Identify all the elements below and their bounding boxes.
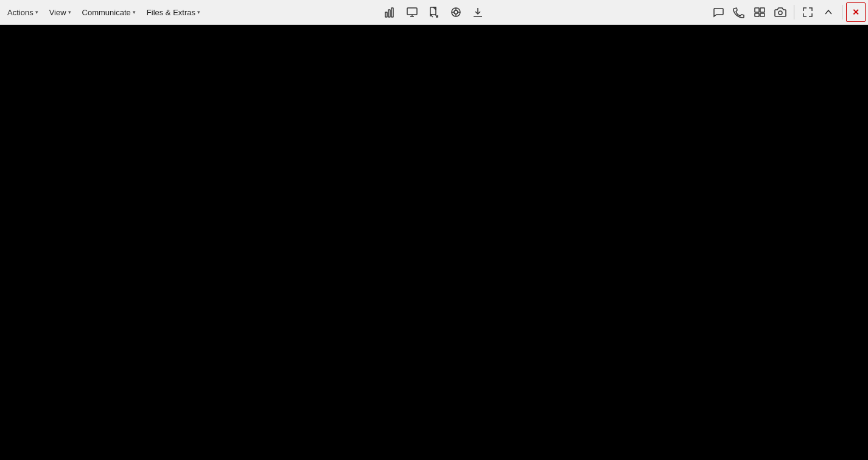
menu-files-extras[interactable]: Files & Extras ▾ — [142, 5, 205, 19]
toolbar: Actions ▾ View ▾ Communicate ▾ Files & E… — [0, 0, 868, 25]
menu-actions-label: Actions — [7, 8, 33, 17]
view-toggle-button[interactable] — [750, 2, 769, 22]
menu-actions[interactable]: Actions ▾ — [2, 5, 43, 19]
svg-rect-1 — [388, 10, 390, 17]
svg-rect-4 — [407, 8, 417, 15]
menu-files-extras-chevron: ▾ — [197, 9, 200, 15]
toolbar-divider-2 — [842, 5, 842, 19]
screen-icon — [406, 6, 418, 18]
toolbar-right: ✕ — [709, 2, 866, 22]
chat-icon — [712, 6, 724, 18]
chat-button[interactable] — [709, 2, 728, 22]
phone-icon — [733, 6, 745, 18]
download-icon — [472, 6, 484, 18]
menu-actions-chevron: ▾ — [35, 9, 38, 15]
radial-icon — [450, 6, 462, 18]
svg-rect-22 — [760, 13, 765, 16]
camera-button[interactable] — [771, 2, 790, 22]
svg-rect-2 — [391, 8, 393, 17]
svg-rect-21 — [755, 13, 759, 16]
menu-communicate-label: Communicate — [82, 8, 131, 17]
menu-communicate-chevron: ▾ — [133, 9, 136, 15]
toolbar-center — [380, 2, 488, 22]
main-content — [0, 25, 868, 460]
view-toggle-icon — [754, 6, 766, 18]
svg-point-23 — [779, 11, 782, 15]
minimize-button[interactable] — [819, 2, 838, 22]
stats-button[interactable] — [380, 2, 400, 22]
phone-button[interactable] — [729, 2, 749, 22]
menu-communicate[interactable]: Communicate ▾ — [77, 5, 141, 19]
close-button[interactable]: ✕ — [846, 2, 866, 22]
screen-button[interactable] — [402, 2, 422, 22]
fullscreen-icon — [802, 6, 814, 18]
menu-view-chevron: ▾ — [68, 9, 71, 15]
stats-icon — [384, 6, 396, 18]
toolbar-left: Actions ▾ View ▾ Communicate ▾ Files & E… — [2, 5, 205, 19]
radial-button[interactable] — [446, 2, 466, 22]
svg-point-12 — [454, 10, 458, 14]
fullscreen-button[interactable] — [798, 2, 817, 22]
file-transfer-icon — [428, 6, 440, 18]
svg-rect-0 — [385, 12, 387, 17]
minimize-icon — [822, 6, 835, 18]
file-transfer-button[interactable] — [424, 2, 444, 22]
menu-view[interactable]: View ▾ — [44, 5, 76, 19]
download-button[interactable] — [468, 2, 488, 22]
svg-rect-20 — [760, 8, 765, 12]
toolbar-divider — [794, 5, 794, 19]
menu-view-label: View — [49, 8, 66, 17]
svg-rect-19 — [755, 8, 759, 12]
close-icon: ✕ — [852, 7, 859, 17]
camera-icon — [774, 6, 786, 18]
menu-files-extras-label: Files & Extras — [147, 8, 195, 17]
